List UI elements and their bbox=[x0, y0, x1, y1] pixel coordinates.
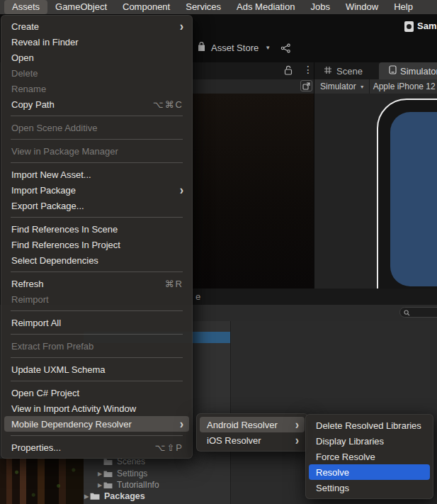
scene-file-icon bbox=[404, 21, 414, 32]
scene-view-forest-image bbox=[0, 459, 84, 504]
menu-item-open[interactable]: Open bbox=[4, 50, 189, 65]
menubar-item-ads-mediation[interactable]: Ads Mediation bbox=[229, 0, 302, 14]
menu-item-reimport-all[interactable]: Reimport All bbox=[4, 315, 189, 330]
folder-icon bbox=[103, 481, 113, 489]
unity-editor-window: Sam Asset Store ▼ ⋮ Scene Simulator Simu… bbox=[0, 0, 437, 504]
shortcut-label: ⌥⇧P bbox=[154, 442, 183, 453]
menu-item-extract-from-prefab: Extract From Prefab bbox=[4, 338, 189, 354]
tree-item-tutorialinfo[interactable]: ▶ TutorialInfo bbox=[96, 479, 159, 491]
expand-arrow-icon[interactable]: ▶ bbox=[83, 493, 90, 500]
macos-menu-bar: Assets GameObject Component Services Ads… bbox=[0, 0, 437, 14]
tree-item-settings[interactable]: ▶ Settings bbox=[96, 468, 147, 479]
share-nodes-icon[interactable] bbox=[280, 43, 291, 57]
menubar-item-help[interactable]: Help bbox=[386, 0, 421, 14]
menu-item-delete: Delete bbox=[4, 65, 189, 81]
menu-separator bbox=[11, 334, 183, 335]
menu-separator bbox=[11, 162, 183, 163]
shopping-bag-icon bbox=[197, 42, 206, 54]
folder-icon bbox=[103, 458, 113, 466]
expand-arrow-icon[interactable]: ▶ bbox=[96, 471, 103, 477]
menu-item-reveal-in-finder[interactable]: Reveal in Finder bbox=[4, 34, 189, 50]
shortcut-label: ⌘R bbox=[165, 279, 183, 289]
menu-item-copy-path[interactable]: Copy Path⌥⌘C bbox=[4, 96, 189, 112]
grid-icon bbox=[324, 66, 332, 77]
menu-item-delete-resolved-libraries[interactable]: Delete Resolved Libraries bbox=[309, 418, 430, 433]
menu-item-ios-resolver[interactable]: iOS Resolver› bbox=[200, 432, 305, 448]
project-search-input[interactable] bbox=[399, 307, 437, 318]
menu-item-import-package[interactable]: Import Package› bbox=[4, 182, 189, 198]
submenu-chevron-icon: › bbox=[295, 434, 299, 447]
tab-asset-store-label: Asset Store bbox=[211, 43, 259, 53]
menu-item-refresh[interactable]: Refresh⌘R bbox=[4, 276, 189, 291]
menu-separator bbox=[11, 271, 183, 272]
submenu-chevron-icon: › bbox=[180, 20, 183, 33]
menu-item-view-in-import-activity-window[interactable]: View in Import Activity Window bbox=[4, 401, 189, 416]
tree-item-packages[interactable]: ▶ Packages bbox=[83, 491, 145, 502]
menu-item-find-references-in-scene[interactable]: Find References In Scene bbox=[4, 221, 189, 237]
device-label: Apple iPhone 12 bbox=[373, 82, 436, 91]
menu-item-reimport: Reimport bbox=[4, 291, 189, 307]
menu-item-import-new-asset[interactable]: Import New Asset... bbox=[4, 167, 189, 182]
column-divider[interactable] bbox=[230, 321, 231, 504]
folder-icon bbox=[90, 492, 100, 500]
menu-separator bbox=[11, 381, 183, 381]
search-icon bbox=[404, 306, 410, 319]
menu-separator bbox=[11, 357, 183, 358]
menubar-item-component[interactable]: Component bbox=[115, 0, 178, 14]
menu-item-update-uxml-schema[interactable]: Update UXML Schema bbox=[4, 362, 189, 377]
menu-item-display-libraries[interactable]: Display Libraries bbox=[309, 433, 430, 449]
menu-item-export-package[interactable]: Export Package... bbox=[4, 198, 189, 213]
expand-arrow-icon[interactable]: ▶ bbox=[96, 482, 103, 488]
console-tab-partial-label[interactable]: e bbox=[195, 291, 200, 302]
tab-asset-store[interactable]: Asset Store ▼ bbox=[197, 42, 271, 54]
mobile-dependency-resolver-submenu: Android Resolver› iOS Resolver› bbox=[196, 413, 308, 452]
menubar-item-services[interactable]: Services bbox=[178, 0, 229, 14]
phone-icon bbox=[389, 65, 397, 77]
tab-scene[interactable]: Scene bbox=[318, 62, 368, 79]
menu-item-settings[interactable]: Settings bbox=[309, 480, 430, 495]
menu-item-mobile-dependency-resolver[interactable]: Mobile Dependency Resolver› bbox=[4, 416, 189, 432]
menubar-item-window[interactable]: Window bbox=[338, 0, 386, 14]
menu-item-find-references-in-project[interactable]: Find References In Project bbox=[4, 237, 189, 252]
menu-item-android-resolver[interactable]: Android Resolver› bbox=[200, 417, 305, 432]
menubar-item-gameobject[interactable]: GameObject bbox=[47, 0, 115, 14]
asset-store-toolbar bbox=[193, 79, 314, 94]
android-resolver-submenu: Delete Resolved Libraries Display Librar… bbox=[305, 414, 433, 499]
simulator-viewport bbox=[314, 94, 437, 289]
chevron-down-icon: ▼ bbox=[265, 45, 271, 51]
menu-item-properties[interactable]: Properties...⌥⇧P bbox=[4, 439, 189, 455]
open-in-window-button[interactable] bbox=[300, 80, 312, 91]
menu-separator bbox=[11, 139, 183, 140]
scene-name-label: Sam bbox=[417, 21, 436, 31]
menu-item-rename: Rename bbox=[4, 81, 189, 96]
menu-item-open-scene-additive: Open Scene Additive bbox=[4, 120, 189, 135]
unlock-icon[interactable] bbox=[284, 65, 293, 78]
menu-separator bbox=[11, 310, 183, 311]
menubar-item-jobs[interactable]: Jobs bbox=[302, 0, 337, 14]
iphone-device-frame bbox=[377, 99, 437, 289]
tab-scene-label: Scene bbox=[336, 66, 363, 77]
menu-item-open-csharp-project[interactable]: Open C# Project bbox=[4, 385, 189, 401]
submenu-chevron-icon: › bbox=[180, 184, 183, 196]
tree-item-label: Settings bbox=[117, 469, 147, 478]
panel-menu-kebab-icon[interactable]: ⋮ bbox=[303, 64, 313, 75]
simulator-mode-dropdown[interactable]: Simulator bbox=[314, 82, 356, 91]
toolbar-divider bbox=[369, 79, 370, 94]
menu-item-select-dependencies[interactable]: Select Dependencies bbox=[4, 252, 189, 268]
menu-item-resolve[interactable]: Resolve bbox=[309, 464, 430, 480]
menu-item-create[interactable]: Create› bbox=[4, 18, 189, 34]
submenu-chevron-icon: › bbox=[180, 418, 183, 430]
menu-separator bbox=[11, 435, 183, 436]
menu-item-force-resolve[interactable]: Force Resolve bbox=[309, 449, 430, 464]
asset-store-content bbox=[193, 94, 314, 289]
simulator-screen[interactable] bbox=[390, 112, 437, 286]
menu-item-view-in-package-manager: View in Package Manager bbox=[4, 143, 189, 159]
menu-separator bbox=[11, 116, 183, 116]
simulator-toolbar: Simulator ▼ Apple iPhone 12 bbox=[314, 79, 437, 94]
tab-simulator[interactable]: Simulator bbox=[379, 62, 437, 79]
tab-simulator-label: Simulator bbox=[400, 66, 437, 77]
menubar-item-assets[interactable]: Assets bbox=[4, 0, 47, 14]
submenu-chevron-icon: › bbox=[295, 418, 299, 431]
tree-item-label: Packages bbox=[104, 491, 145, 501]
folder-icon bbox=[103, 470, 113, 478]
